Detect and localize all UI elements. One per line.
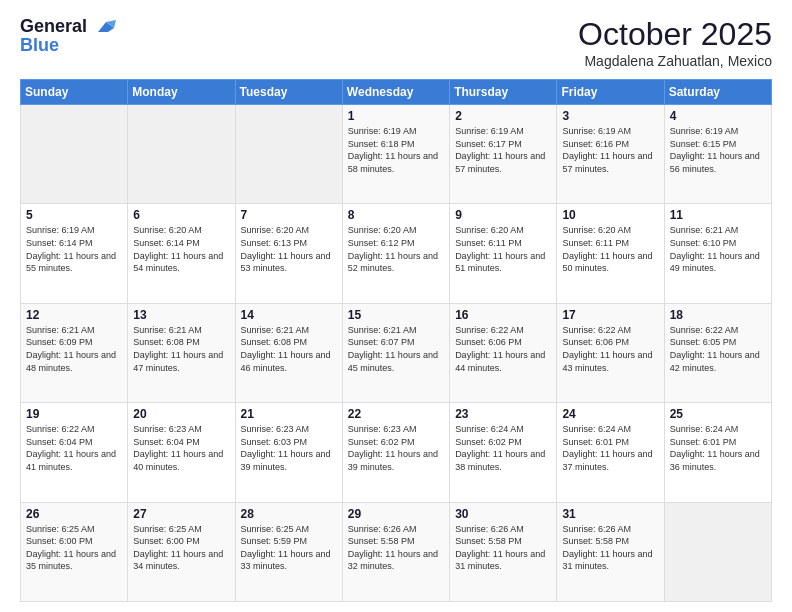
day-info: Sunrise: 6:21 AM Sunset: 6:09 PM Dayligh… — [26, 324, 122, 374]
day-info: Sunrise: 6:20 AM Sunset: 6:11 PM Dayligh… — [562, 224, 658, 274]
calendar-cell-w1-d2 — [235, 105, 342, 204]
month-title: October 2025 — [578, 16, 772, 53]
calendar-cell-w1-d5: 3Sunrise: 6:19 AM Sunset: 6:16 PM Daylig… — [557, 105, 664, 204]
day-number: 21 — [241, 407, 337, 421]
day-number: 16 — [455, 308, 551, 322]
calendar-cell-w1-d3: 1Sunrise: 6:19 AM Sunset: 6:18 PM Daylig… — [342, 105, 449, 204]
header-friday: Friday — [557, 80, 664, 105]
day-info: Sunrise: 6:22 AM Sunset: 6:06 PM Dayligh… — [562, 324, 658, 374]
day-info: Sunrise: 6:25 AM Sunset: 5:59 PM Dayligh… — [241, 523, 337, 573]
day-info: Sunrise: 6:19 AM Sunset: 6:17 PM Dayligh… — [455, 125, 551, 175]
day-info: Sunrise: 6:23 AM Sunset: 6:03 PM Dayligh… — [241, 423, 337, 473]
calendar-cell-w2-d2: 7Sunrise: 6:20 AM Sunset: 6:13 PM Daylig… — [235, 204, 342, 303]
day-number: 9 — [455, 208, 551, 222]
calendar-cell-w3-d3: 15Sunrise: 6:21 AM Sunset: 6:07 PM Dayli… — [342, 303, 449, 402]
calendar-table: Sunday Monday Tuesday Wednesday Thursday… — [20, 79, 772, 602]
calendar-cell-w5-d1: 27Sunrise: 6:25 AM Sunset: 6:00 PM Dayli… — [128, 502, 235, 601]
header: General Blue October 2025 Magdalena Zahu… — [20, 16, 772, 69]
header-wednesday: Wednesday — [342, 80, 449, 105]
logo-blue: Blue — [20, 35, 116, 56]
calendar-cell-w3-d2: 14Sunrise: 6:21 AM Sunset: 6:08 PM Dayli… — [235, 303, 342, 402]
day-number: 7 — [241, 208, 337, 222]
calendar-cell-w5-d6 — [664, 502, 771, 601]
calendar-cell-w5-d3: 29Sunrise: 6:26 AM Sunset: 5:58 PM Dayli… — [342, 502, 449, 601]
day-number: 4 — [670, 109, 766, 123]
day-info: Sunrise: 6:21 AM Sunset: 6:08 PM Dayligh… — [133, 324, 229, 374]
logo: General Blue — [20, 16, 116, 56]
calendar-cell-w4-d0: 19Sunrise: 6:22 AM Sunset: 6:04 PM Dayli… — [21, 403, 128, 502]
calendar-cell-w2-d6: 11Sunrise: 6:21 AM Sunset: 6:10 PM Dayli… — [664, 204, 771, 303]
day-number: 20 — [133, 407, 229, 421]
header-monday: Monday — [128, 80, 235, 105]
calendar-week-4: 19Sunrise: 6:22 AM Sunset: 6:04 PM Dayli… — [21, 403, 772, 502]
calendar-cell-w3-d4: 16Sunrise: 6:22 AM Sunset: 6:06 PM Dayli… — [450, 303, 557, 402]
day-info: Sunrise: 6:20 AM Sunset: 6:14 PM Dayligh… — [133, 224, 229, 274]
calendar-cell-w5-d5: 31Sunrise: 6:26 AM Sunset: 5:58 PM Dayli… — [557, 502, 664, 601]
day-number: 17 — [562, 308, 658, 322]
calendar-cell-w4-d6: 25Sunrise: 6:24 AM Sunset: 6:01 PM Dayli… — [664, 403, 771, 502]
calendar-week-5: 26Sunrise: 6:25 AM Sunset: 6:00 PM Dayli… — [21, 502, 772, 601]
calendar-cell-w1-d4: 2Sunrise: 6:19 AM Sunset: 6:17 PM Daylig… — [450, 105, 557, 204]
day-number: 2 — [455, 109, 551, 123]
day-info: Sunrise: 6:26 AM Sunset: 5:58 PM Dayligh… — [562, 523, 658, 573]
day-info: Sunrise: 6:20 AM Sunset: 6:13 PM Dayligh… — [241, 224, 337, 274]
day-number: 15 — [348, 308, 444, 322]
day-info: Sunrise: 6:26 AM Sunset: 5:58 PM Dayligh… — [348, 523, 444, 573]
calendar-cell-w2-d3: 8Sunrise: 6:20 AM Sunset: 6:12 PM Daylig… — [342, 204, 449, 303]
calendar-week-1: 1Sunrise: 6:19 AM Sunset: 6:18 PM Daylig… — [21, 105, 772, 204]
calendar-cell-w3-d6: 18Sunrise: 6:22 AM Sunset: 6:05 PM Dayli… — [664, 303, 771, 402]
calendar-cell-w4-d1: 20Sunrise: 6:23 AM Sunset: 6:04 PM Dayli… — [128, 403, 235, 502]
day-number: 10 — [562, 208, 658, 222]
calendar-cell-w5-d0: 26Sunrise: 6:25 AM Sunset: 6:00 PM Dayli… — [21, 502, 128, 601]
calendar-cell-w2-d1: 6Sunrise: 6:20 AM Sunset: 6:14 PM Daylig… — [128, 204, 235, 303]
calendar-cell-w5-d4: 30Sunrise: 6:26 AM Sunset: 5:58 PM Dayli… — [450, 502, 557, 601]
page: General Blue October 2025 Magdalena Zahu… — [0, 0, 792, 612]
day-info: Sunrise: 6:20 AM Sunset: 6:11 PM Dayligh… — [455, 224, 551, 274]
day-number: 27 — [133, 507, 229, 521]
calendar-cell-w4-d2: 21Sunrise: 6:23 AM Sunset: 6:03 PM Dayli… — [235, 403, 342, 502]
calendar-cell-w3-d1: 13Sunrise: 6:21 AM Sunset: 6:08 PM Dayli… — [128, 303, 235, 402]
calendar-cell-w2-d4: 9Sunrise: 6:20 AM Sunset: 6:11 PM Daylig… — [450, 204, 557, 303]
header-thursday: Thursday — [450, 80, 557, 105]
calendar-cell-w4-d3: 22Sunrise: 6:23 AM Sunset: 6:02 PM Dayli… — [342, 403, 449, 502]
day-number: 5 — [26, 208, 122, 222]
header-saturday: Saturday — [664, 80, 771, 105]
calendar-cell-w4-d4: 23Sunrise: 6:24 AM Sunset: 6:02 PM Dayli… — [450, 403, 557, 502]
day-number: 14 — [241, 308, 337, 322]
calendar-cell-w1-d0 — [21, 105, 128, 204]
day-number: 25 — [670, 407, 766, 421]
calendar-week-2: 5Sunrise: 6:19 AM Sunset: 6:14 PM Daylig… — [21, 204, 772, 303]
calendar-cell-w5-d2: 28Sunrise: 6:25 AM Sunset: 5:59 PM Dayli… — [235, 502, 342, 601]
day-number: 8 — [348, 208, 444, 222]
day-number: 1 — [348, 109, 444, 123]
day-info: Sunrise: 6:21 AM Sunset: 6:07 PM Dayligh… — [348, 324, 444, 374]
day-number: 29 — [348, 507, 444, 521]
calendar-cell-w4-d5: 24Sunrise: 6:24 AM Sunset: 6:01 PM Dayli… — [557, 403, 664, 502]
day-info: Sunrise: 6:21 AM Sunset: 6:10 PM Dayligh… — [670, 224, 766, 274]
day-info: Sunrise: 6:25 AM Sunset: 6:00 PM Dayligh… — [133, 523, 229, 573]
day-info: Sunrise: 6:20 AM Sunset: 6:12 PM Dayligh… — [348, 224, 444, 274]
day-number: 23 — [455, 407, 551, 421]
day-info: Sunrise: 6:26 AM Sunset: 5:58 PM Dayligh… — [455, 523, 551, 573]
calendar-week-3: 12Sunrise: 6:21 AM Sunset: 6:09 PM Dayli… — [21, 303, 772, 402]
day-info: Sunrise: 6:24 AM Sunset: 6:01 PM Dayligh… — [670, 423, 766, 473]
day-number: 6 — [133, 208, 229, 222]
calendar-cell-w2-d0: 5Sunrise: 6:19 AM Sunset: 6:14 PM Daylig… — [21, 204, 128, 303]
day-number: 19 — [26, 407, 122, 421]
day-info: Sunrise: 6:24 AM Sunset: 6:01 PM Dayligh… — [562, 423, 658, 473]
day-info: Sunrise: 6:25 AM Sunset: 6:00 PM Dayligh… — [26, 523, 122, 573]
header-sunday: Sunday — [21, 80, 128, 105]
day-number: 28 — [241, 507, 337, 521]
day-info: Sunrise: 6:22 AM Sunset: 6:06 PM Dayligh… — [455, 324, 551, 374]
logo-text: General Blue — [20, 16, 116, 56]
title-section: October 2025 Magdalena Zahuatlan, Mexico — [578, 16, 772, 69]
calendar-cell-w3-d5: 17Sunrise: 6:22 AM Sunset: 6:06 PM Dayli… — [557, 303, 664, 402]
day-number: 26 — [26, 507, 122, 521]
logo-general: General — [20, 16, 87, 36]
calendar-cell-w3-d0: 12Sunrise: 6:21 AM Sunset: 6:09 PM Dayli… — [21, 303, 128, 402]
header-tuesday: Tuesday — [235, 80, 342, 105]
day-info: Sunrise: 6:19 AM Sunset: 6:16 PM Dayligh… — [562, 125, 658, 175]
day-info: Sunrise: 6:23 AM Sunset: 6:02 PM Dayligh… — [348, 423, 444, 473]
calendar-cell-w2-d5: 10Sunrise: 6:20 AM Sunset: 6:11 PM Dayli… — [557, 204, 664, 303]
day-info: Sunrise: 6:22 AM Sunset: 6:04 PM Dayligh… — [26, 423, 122, 473]
